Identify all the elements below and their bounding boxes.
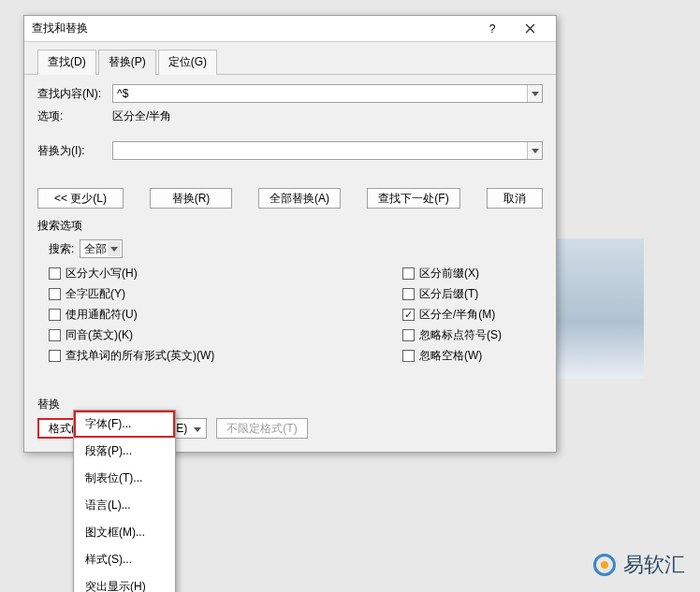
replace-input[interactable] bbox=[112, 141, 543, 160]
format-dropdown-menu: 字体(F)... 段落(P)... 制表位(T)... 语言(L)... 图文框… bbox=[73, 410, 176, 592]
replace-all-button[interactable]: 全部替换(A) bbox=[258, 188, 341, 209]
menu-item-paragraph[interactable]: 段落(P)... bbox=[74, 438, 175, 465]
watermark: 易软汇 bbox=[593, 551, 685, 579]
help-button[interactable]: ? bbox=[474, 17, 511, 41]
check-suffix[interactable]: 区分后缀(T) bbox=[402, 286, 543, 302]
chevron-down-icon bbox=[532, 149, 539, 153]
replace-label: 替换为(I): bbox=[37, 143, 112, 159]
check-ignore-space[interactable]: 忽略空格(W) bbox=[402, 348, 543, 364]
chevron-down-icon bbox=[532, 92, 539, 96]
menu-item-highlight[interactable]: 突出显示(H) bbox=[74, 573, 175, 592]
options-label: 选项: bbox=[37, 108, 112, 124]
chevron-down-icon bbox=[110, 247, 118, 252]
find-label: 查找内容(N): bbox=[37, 86, 112, 102]
menu-item-language[interactable]: 语言(L)... bbox=[74, 492, 175, 519]
find-next-button[interactable]: 查找下一处(F) bbox=[367, 188, 460, 209]
check-fullhalf[interactable]: 区分全/半角(M) bbox=[402, 307, 543, 323]
check-sounds-like[interactable]: 同音(英文)(K) bbox=[49, 327, 402, 343]
check-col-right: 区分前缀(X) 区分后缀(T) 区分全/半角(M) 忽略标点符号(S) 忽略空格… bbox=[402, 266, 543, 368]
check-prefix[interactable]: 区分前缀(X) bbox=[402, 266, 543, 282]
check-wildcards[interactable]: 使用通配符(U) bbox=[49, 307, 402, 323]
tab-goto[interactable]: 定位(G) bbox=[158, 50, 217, 75]
options-value: 区分全/半角 bbox=[112, 108, 171, 124]
chevron-down-icon bbox=[194, 422, 201, 435]
tab-replace[interactable]: 替换(P) bbox=[98, 50, 156, 75]
replace-dropdown[interactable] bbox=[527, 142, 542, 159]
tab-find[interactable]: 查找(D) bbox=[37, 50, 96, 75]
dialog-title: 查找和替换 bbox=[32, 21, 474, 36]
find-replace-dialog: 查找和替换 ? 查找(D) 替换(P) 定位(G) 查找内容(N): ^$ 选项… bbox=[23, 15, 557, 453]
search-options-title: 搜索选项 bbox=[37, 218, 543, 234]
search-label: 搜索: bbox=[49, 241, 74, 257]
no-format-button[interactable]: 不限定格式(T) bbox=[216, 418, 307, 439]
menu-item-font[interactable]: 字体(F)... bbox=[74, 411, 175, 438]
dialog-body: 查找(D) 替换(P) 定位(G) 查找内容(N): ^$ 选项: 区分全/半角… bbox=[24, 42, 556, 452]
menu-item-tabs[interactable]: 制表位(T)... bbox=[74, 465, 175, 492]
checkbox-columns: 区分大小写(H) 全字匹配(Y) 使用通配符(U) 同音(英文)(K) 查找单词… bbox=[37, 266, 543, 368]
close-icon bbox=[525, 23, 535, 34]
check-ignore-punct[interactable]: 忽略标点符号(S) bbox=[402, 327, 543, 343]
menu-item-style[interactable]: 样式(S)... bbox=[74, 546, 175, 573]
content: 查找内容(N): ^$ 选项: 区分全/半角 替换为(I): << 更少(L) bbox=[24, 74, 556, 452]
check-match-case[interactable]: 区分大小写(H) bbox=[49, 266, 402, 282]
find-input[interactable]: ^$ bbox=[112, 84, 543, 103]
check-col-left: 区分大小写(H) 全字匹配(Y) 使用通配符(U) 同音(英文)(K) 查找单词… bbox=[49, 266, 402, 368]
replace-button[interactable]: 替换(R) bbox=[150, 188, 232, 209]
watermark-logo-icon bbox=[593, 554, 616, 576]
close-button[interactable] bbox=[511, 17, 548, 41]
check-all-forms[interactable]: 查找单词的所有形式(英文)(W) bbox=[49, 348, 402, 364]
tabs: 查找(D) 替换(P) 定位(G) bbox=[24, 42, 556, 75]
find-dropdown[interactable] bbox=[527, 85, 542, 102]
select-dropdown[interactable] bbox=[108, 241, 121, 256]
menu-item-frame[interactable]: 图文框(M)... bbox=[74, 519, 175, 546]
less-button[interactable]: << 更少(L) bbox=[37, 188, 124, 209]
search-direction-select[interactable]: 全部 bbox=[80, 239, 123, 258]
cancel-button[interactable]: 取消 bbox=[487, 188, 543, 209]
titlebar: 查找和替换 ? bbox=[24, 16, 556, 42]
check-whole-word[interactable]: 全字匹配(Y) bbox=[49, 286, 402, 302]
